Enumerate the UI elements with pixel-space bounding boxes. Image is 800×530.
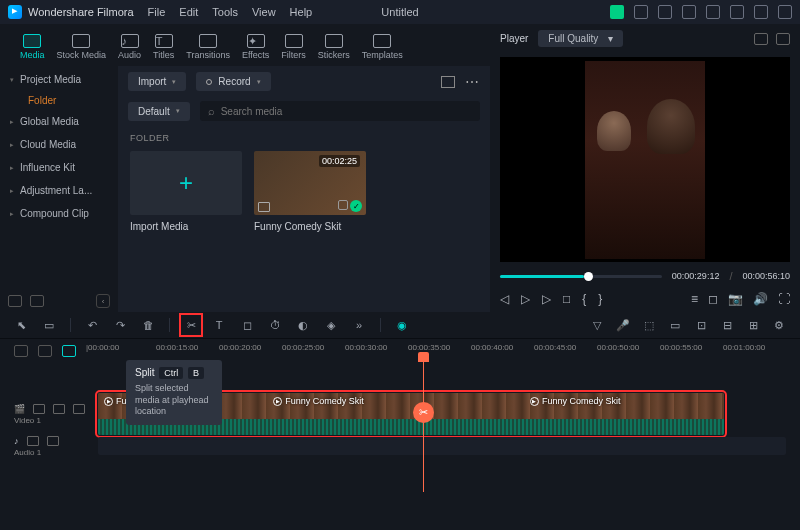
grid-icon[interactable]: [754, 33, 768, 45]
hide-icon[interactable]: [73, 404, 85, 414]
prev-frame-icon[interactable]: ◁: [500, 292, 509, 306]
thumbnails: + Import Media 00:02:25 ✓ Funny Come: [118, 147, 490, 236]
volume-icon[interactable]: 🔊: [753, 292, 768, 306]
track-content-audio-1[interactable]: [98, 437, 786, 455]
settings-icon[interactable]: ⚙: [772, 318, 786, 332]
tree-global-media[interactable]: Global Media: [0, 110, 118, 133]
mixer-icon[interactable]: ⬚: [642, 318, 656, 332]
marker-icon[interactable]: ▽: [590, 318, 604, 332]
progress-slider[interactable]: [500, 275, 662, 278]
tree-adjustment-layer[interactable]: Adjustment La...: [0, 179, 118, 202]
mute-icon[interactable]: [53, 404, 65, 414]
playhead-split-icon[interactable]: ✂: [413, 402, 434, 423]
undo-icon[interactable]: ↶: [85, 318, 99, 332]
new-bin-icon[interactable]: [30, 295, 44, 307]
speed-icon[interactable]: ⏱: [268, 318, 282, 332]
time-current: 00:00:29:12: [672, 271, 720, 281]
pointer-icon[interactable]: ⬉: [14, 318, 28, 332]
next-frame-icon[interactable]: ▷: [542, 292, 551, 306]
menu-tools[interactable]: Tools: [212, 6, 238, 18]
media-icon: [23, 34, 41, 48]
mark-out-icon[interactable]: }: [598, 292, 602, 306]
new-folder-icon[interactable]: [8, 295, 22, 307]
tree-influence-kit[interactable]: Influence Kit: [0, 156, 118, 179]
track-manage-icon[interactable]: [14, 345, 28, 357]
lock-icon[interactable]: [27, 436, 39, 446]
fullscreen-icon[interactable]: ⛶: [778, 292, 790, 306]
gift-icon[interactable]: [610, 5, 624, 19]
crop-tool-icon[interactable]: ◻: [240, 318, 254, 332]
tab-templates[interactable]: Templates: [358, 32, 407, 62]
message-icon[interactable]: [658, 5, 672, 19]
thumb-clip-1[interactable]: 00:02:25 ✓ Funny Comedy Skit: [254, 151, 366, 232]
collapse-sidebar-icon[interactable]: ‹: [96, 294, 110, 308]
redo-icon[interactable]: ↷: [113, 318, 127, 332]
tree-folder[interactable]: Folder: [0, 91, 118, 110]
search-input[interactable]: [221, 106, 472, 117]
zoom-fit-icon[interactable]: ⊡: [694, 318, 708, 332]
ai-icon[interactable]: ◉: [395, 318, 409, 332]
tab-audio[interactable]: ♪Audio: [114, 32, 145, 62]
mute-icon[interactable]: [47, 436, 59, 446]
more-icon[interactable]: ⋯: [465, 74, 480, 90]
menu-view[interactable]: View: [252, 6, 276, 18]
record-button[interactable]: Record▾: [196, 72, 270, 91]
delete-icon[interactable]: 🗑: [141, 318, 155, 332]
cloud-icon[interactable]: [730, 5, 744, 19]
import-drop-zone[interactable]: +: [130, 151, 242, 215]
tab-titles[interactable]: TTitles: [149, 32, 178, 62]
tab-filters[interactable]: Filters: [277, 32, 310, 62]
tree-compound-clip[interactable]: Compound Clip: [0, 202, 118, 225]
selection-icon[interactable]: ▭: [42, 318, 56, 332]
playhead-handle[interactable]: [418, 352, 429, 362]
playhead[interactable]: ✂: [423, 352, 424, 492]
headphones-icon[interactable]: [754, 5, 768, 19]
menu-edit[interactable]: Edit: [179, 6, 198, 18]
split-icon[interactable]: ✂: [184, 318, 198, 332]
color-icon[interactable]: ◐: [296, 318, 310, 332]
tree-project-media[interactable]: Project Media: [0, 68, 118, 91]
tab-stock-media[interactable]: Stock Media: [53, 32, 111, 62]
import-button[interactable]: Import▾: [128, 72, 186, 91]
tab-media[interactable]: Media: [16, 32, 49, 62]
keyframe-icon[interactable]: ◈: [324, 318, 338, 332]
mark-in-icon[interactable]: {: [582, 292, 586, 306]
tab-transitions[interactable]: Transitions: [182, 32, 234, 62]
progress-thumb[interactable]: [584, 272, 593, 281]
render-icon[interactable]: ▭: [668, 318, 682, 332]
voice-over-icon[interactable]: 🎤: [616, 318, 630, 332]
audio-track-icon: ♪: [14, 436, 19, 446]
text-icon[interactable]: T: [212, 318, 226, 332]
add-icon[interactable]: [338, 200, 348, 210]
magnetic-icon[interactable]: [62, 345, 76, 357]
time-separator: /: [729, 270, 732, 282]
tab-effects[interactable]: ✦Effects: [238, 32, 273, 62]
tree-cloud-media[interactable]: Cloud Media: [0, 133, 118, 156]
snapshot-icon[interactable]: 📷: [728, 292, 743, 306]
sort-default-button[interactable]: Default▾: [128, 102, 190, 121]
list-icon[interactable]: ≡: [691, 292, 698, 306]
menu-file[interactable]: File: [148, 6, 166, 18]
crop-icon[interactable]: ◻: [708, 292, 718, 306]
lock-icon[interactable]: [33, 404, 45, 414]
video-preview[interactable]: [500, 57, 790, 262]
thumb-import[interactable]: + Import Media: [130, 151, 242, 232]
tab-stickers[interactable]: Stickers: [314, 32, 354, 62]
zoom-out-icon[interactable]: ⊟: [720, 318, 734, 332]
monitor-icon[interactable]: [682, 5, 696, 19]
timeline-ruler[interactable]: |00:00:00 00:00:15:00 00:00:20:00 00:00:…: [86, 343, 786, 359]
save-icon[interactable]: [706, 5, 720, 19]
send-icon[interactable]: [634, 5, 648, 19]
track-toggle-icon[interactable]: [38, 345, 52, 357]
image-icon[interactable]: [776, 33, 790, 45]
play-icon[interactable]: ▷: [521, 292, 530, 306]
quality-select[interactable]: Full Quality▾: [538, 30, 623, 47]
clip-thumbnail[interactable]: 00:02:25 ✓: [254, 151, 366, 215]
filter-icon[interactable]: [441, 76, 455, 88]
export-icon[interactable]: [778, 5, 792, 19]
menu-help[interactable]: Help: [290, 6, 313, 18]
stop-icon[interactable]: □: [563, 292, 570, 306]
search-box[interactable]: ⌕: [200, 101, 480, 121]
more-tools-icon[interactable]: »: [352, 318, 366, 332]
zoom-in-icon[interactable]: ⊞: [746, 318, 760, 332]
